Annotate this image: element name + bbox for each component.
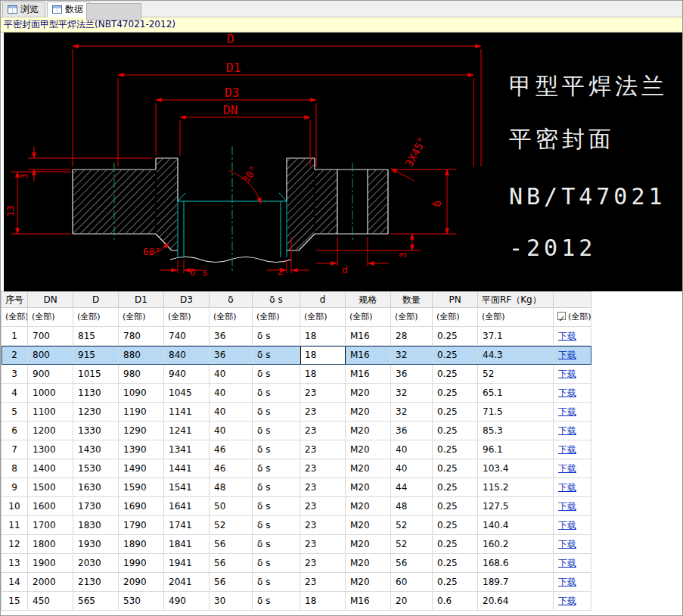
- cell-col-2[interactable]: 1530: [73, 459, 119, 478]
- download-link[interactable]: 下载: [558, 444, 576, 455]
- cell-col-11[interactable]: 168.6: [478, 554, 554, 573]
- download-link[interactable]: 下载: [558, 463, 576, 474]
- cell-col-1[interactable]: 1800: [28, 535, 73, 554]
- cell-row-number[interactable]: 14: [2, 573, 28, 592]
- cell-col-5[interactable]: 46: [210, 440, 253, 459]
- download-link[interactable]: 下载: [558, 596, 576, 606]
- cell-col-9[interactable]: 48: [391, 497, 433, 516]
- cell-col-6[interactable]: δ s: [253, 516, 300, 535]
- cell-col-10[interactable]: 0.25: [433, 554, 478, 573]
- cell-col-11[interactable]: 20.64: [478, 592, 554, 611]
- cell-col-11[interactable]: 65.1: [478, 384, 554, 403]
- filter-cell-4[interactable]: (全部): [164, 308, 210, 327]
- table-row[interactable]: 10160017301690164150δ s23M20480.25127.5下…: [2, 497, 591, 516]
- cell-col-9[interactable]: 40: [391, 440, 433, 459]
- table-row[interactable]: 6120013301290124140δ s23M20360.2585.3下载: [2, 422, 591, 440]
- filter-cell-0[interactable]: (全部): [2, 308, 28, 327]
- cell-col-10[interactable]: 0.25: [433, 403, 478, 422]
- cell-col-1[interactable]: 1700: [28, 516, 73, 535]
- cell-row-number[interactable]: 15: [2, 592, 28, 611]
- cell-col-6[interactable]: δ s: [253, 384, 300, 403]
- cell-col-10[interactable]: 0.25: [433, 516, 478, 535]
- cell-col-5[interactable]: 56: [210, 573, 253, 592]
- cell-col-2[interactable]: 1630: [73, 478, 119, 497]
- col-header-10[interactable]: PN: [433, 291, 478, 308]
- cell-col-9[interactable]: 20: [391, 592, 433, 611]
- table-row[interactable]: 280091588084036δ s18M16320.2544.3下载: [2, 346, 591, 365]
- cell-col-2[interactable]: 565: [73, 592, 119, 611]
- cell-col-2[interactable]: 815: [73, 327, 119, 346]
- download-link[interactable]: 下载: [558, 539, 576, 549]
- cell-col-8[interactable]: M16: [346, 346, 391, 365]
- cell-col-4[interactable]: 1341: [164, 440, 210, 459]
- table-row[interactable]: 170081578074036δ s18M16280.2537.1下载: [2, 327, 591, 346]
- cell-row-number[interactable]: 1: [2, 327, 28, 346]
- table-row[interactable]: 7130014301390134146δ s23M20400.2596.1下载: [2, 440, 591, 459]
- filter-cell-6[interactable]: (全部): [253, 308, 300, 327]
- table-row[interactable]: 9150016301590154148δ s23M20440.25115.2下载: [2, 478, 591, 497]
- cell-col-4[interactable]: 1641: [164, 497, 210, 516]
- cell-col-8[interactable]: M20: [346, 384, 391, 403]
- cell-col-11[interactable]: 96.1: [478, 440, 554, 459]
- cell-col-2[interactable]: 1430: [73, 440, 119, 459]
- col-header-5[interactable]: δ: [210, 291, 253, 308]
- cell-col-5[interactable]: 56: [210, 554, 253, 573]
- cell-col-1[interactable]: 1600: [28, 497, 73, 516]
- cell-row-number[interactable]: 10: [2, 497, 28, 516]
- cell-col-2[interactable]: 1330: [73, 422, 119, 440]
- cell-col-1[interactable]: 1500: [28, 478, 73, 497]
- cell-col-1[interactable]: 1400: [28, 459, 73, 478]
- cell-col-11[interactable]: 127.5: [478, 497, 554, 516]
- cell-col-7[interactable]: 18: [300, 327, 346, 346]
- cell-col-1[interactable]: 800: [28, 346, 73, 365]
- col-header-0[interactable]: 序号: [2, 291, 28, 308]
- cell-col-6[interactable]: δ s: [253, 440, 300, 459]
- table-row[interactable]: 14200021302090204156δ s23M20600.25189.7下…: [2, 573, 591, 592]
- cell-col-8[interactable]: M20: [346, 554, 391, 573]
- cell-col-2[interactable]: 1230: [73, 403, 119, 422]
- cell-col-5[interactable]: 46: [210, 459, 253, 478]
- col-header-1[interactable]: DN: [28, 291, 73, 308]
- cell-col-11[interactable]: 160.2: [478, 535, 554, 554]
- cell-row-number[interactable]: 13: [2, 554, 28, 573]
- filter-cell-8[interactable]: (全部): [346, 308, 391, 327]
- cell-col-8[interactable]: M20: [346, 478, 391, 497]
- filter-cell-12[interactable]: (全部): [554, 308, 591, 327]
- cell-col-7[interactable]: 23: [300, 573, 346, 592]
- filter-cell-10[interactable]: (全部): [433, 308, 478, 327]
- cell-col-5[interactable]: 52: [210, 516, 253, 535]
- cell-col-6[interactable]: δ s: [253, 554, 300, 573]
- cell-col-2[interactable]: 2130: [73, 573, 119, 592]
- table-row[interactable]: 1545056553049030δ s18M16200.620.64下载: [2, 592, 591, 611]
- cell-col-1[interactable]: 2000: [28, 573, 73, 592]
- cell-col-10[interactable]: 0.25: [433, 573, 478, 592]
- filter-cell-9[interactable]: (全部): [391, 308, 433, 327]
- cell-col-7[interactable]: 23: [300, 459, 346, 478]
- cell-col-1[interactable]: 900: [28, 365, 73, 384]
- cell-col-11[interactable]: 44.3: [478, 346, 554, 365]
- filter-cell-2[interactable]: (全部): [73, 308, 119, 327]
- cell-col-9[interactable]: 40: [391, 459, 433, 478]
- cell-col-3[interactable]: 1190: [119, 403, 164, 422]
- cell-col-4[interactable]: 840: [164, 346, 210, 365]
- download-link[interactable]: 下载: [558, 331, 576, 341]
- cell-col-4[interactable]: 1441: [164, 459, 210, 478]
- cell-row-number[interactable]: 2: [2, 346, 28, 365]
- cell-col-6[interactable]: δ s: [253, 478, 300, 497]
- cell-col-10[interactable]: 0.25: [433, 478, 478, 497]
- cell-col-9[interactable]: 44: [391, 478, 433, 497]
- cell-col-11[interactable]: 140.4: [478, 516, 554, 535]
- download-link[interactable]: 下载: [558, 520, 576, 530]
- cell-row-number[interactable]: 4: [2, 384, 28, 403]
- download-link[interactable]: 下载: [558, 369, 576, 379]
- cell-row-number[interactable]: 6: [2, 422, 28, 440]
- cell-col-5[interactable]: 40: [210, 422, 253, 440]
- download-link[interactable]: 下载: [558, 577, 576, 587]
- cell-col-4[interactable]: 1741: [164, 516, 210, 535]
- cell-col-7[interactable]: 18: [300, 592, 346, 611]
- cell-col-9[interactable]: 32: [391, 346, 433, 365]
- cell-col-10[interactable]: 0.25: [433, 440, 478, 459]
- table-row[interactable]: 11170018301790174152δ s23M20520.25140.4下…: [2, 516, 591, 535]
- cell-col-4[interactable]: 740: [164, 327, 210, 346]
- cell-col-8[interactable]: M16: [346, 327, 391, 346]
